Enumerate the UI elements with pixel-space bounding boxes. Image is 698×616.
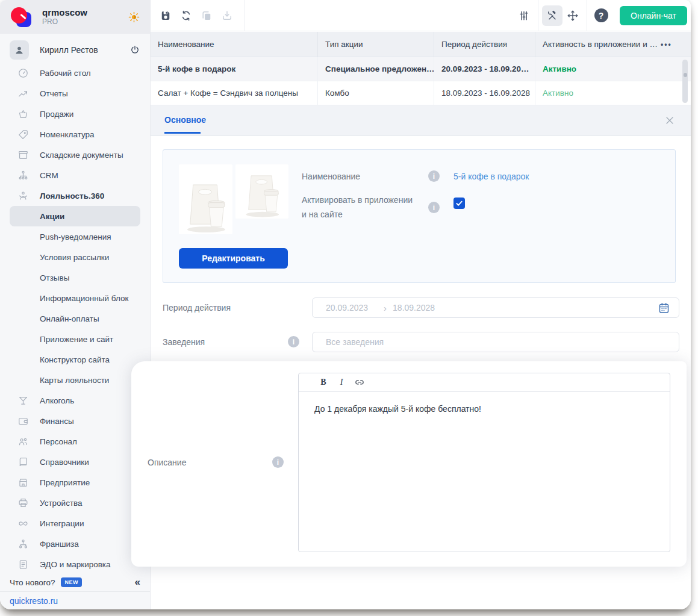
- info-icon[interactable]: i: [288, 336, 299, 347]
- tools-icon[interactable]: [542, 5, 562, 26]
- user-row[interactable]: Кирилл Рестов: [0, 39, 150, 61]
- table-row[interactable]: Салат + Кофе = Сэндвич за полценыКомбо18…: [151, 81, 691, 105]
- whats-new-row[interactable]: Что нового? NEW «: [0, 573, 150, 591]
- refresh-icon[interactable]: [176, 5, 196, 26]
- column-settings-icon[interactable]: [514, 5, 534, 26]
- online-chat-button[interactable]: Онлайн-чат: [620, 6, 687, 25]
- column-header[interactable]: Наименование: [151, 32, 318, 57]
- finance-icon: [17, 415, 29, 427]
- period-input[interactable]: 20.09.2023 › 18.09.2028: [312, 297, 679, 318]
- calendar-icon[interactable]: [658, 302, 670, 314]
- toolbar-left-group: [155, 5, 237, 26]
- sidebar-item-label: Приложение и сайт: [40, 335, 113, 344]
- sidebar-item-label: CRM: [40, 171, 58, 180]
- promo-name-link[interactable]: 5-й кофе в подарок: [453, 172, 529, 181]
- period-from-value: 20.09.2023: [326, 303, 368, 313]
- sidebar-item-label: Карты лояльности: [40, 376, 109, 385]
- sidebar-item-reviews[interactable]: Отзывы: [0, 267, 150, 288]
- sidebar-item-devices[interactable]: Устройства: [0, 493, 150, 513]
- column-header[interactable]: Тип акции: [318, 32, 434, 57]
- sidebar-item-integrations[interactable]: Интеграции: [0, 513, 150, 534]
- alcohol-icon: [17, 394, 29, 406]
- download-icon[interactable]: [217, 5, 237, 26]
- sidebar-item-label: Персонал: [40, 437, 77, 446]
- description-text[interactable]: До 1 декабря каждый 5-й кофе бесплатно!: [299, 392, 670, 552]
- sidebar-item-label: Информационный блок: [40, 294, 128, 303]
- sidebar-item-franchise[interactable]: Франшиза: [0, 534, 150, 554]
- brand-text: qrmoscow PRO: [42, 7, 87, 26]
- cell-period: 20.09.2023 - 18.09.20…: [434, 57, 535, 81]
- activate-checkbox[interactable]: [453, 198, 465, 209]
- sidebar-item-alcohol[interactable]: Алкоголь: [0, 390, 150, 411]
- close-icon[interactable]: [664, 114, 676, 126]
- column-header[interactable]: Активность в приложении и н…: [535, 32, 661, 57]
- sidebar-item-reports[interactable]: Отчеты: [0, 83, 150, 104]
- sidebar-item-loyalty360[interactable]: Лояльность.360: [0, 185, 150, 206]
- copy-icon[interactable]: [196, 5, 217, 26]
- venues-label: Заведения: [163, 337, 205, 347]
- sidebar-item-info-block[interactable]: Информационный блок: [0, 288, 150, 308]
- sidebar-item-label: Рабочий стол: [40, 69, 91, 78]
- help-icon[interactable]: ?: [591, 5, 611, 26]
- move-icon[interactable]: [562, 5, 583, 26]
- nomenclature-tag-icon: [17, 128, 29, 140]
- venues-input[interactable]: Все заведения: [312, 332, 679, 352]
- collapse-sidebar-icon[interactable]: «: [135, 576, 140, 588]
- sidebar-item-site-builder[interactable]: Конструктор сайта: [0, 349, 150, 370]
- sidebar-item-directories[interactable]: Справочники: [0, 452, 150, 472]
- info-icon[interactable]: i: [428, 170, 440, 182]
- columns-more-menu-icon[interactable]: •••: [661, 40, 691, 49]
- logout-power-icon[interactable]: [129, 45, 140, 55]
- site-link[interactable]: quickresto.ru: [0, 591, 150, 609]
- link-icon[interactable]: [352, 377, 367, 388]
- toolbar-divider: [245, 0, 245, 31]
- bold-icon[interactable]: B: [316, 378, 331, 387]
- theme-toggle-sun-icon[interactable]: [128, 11, 140, 23]
- sidebar-item-loyalty-cards[interactable]: Карты лояльности: [0, 370, 150, 390]
- cell-name: 5-й кофе в подарок: [151, 57, 318, 81]
- plan-badge: PRO: [42, 18, 87, 26]
- sidebar-item-label: Франшиза: [40, 540, 79, 549]
- user-name: Кирилл Рестов: [40, 45, 98, 55]
- sidebar-item-push[interactable]: Push-уведомления: [0, 226, 150, 247]
- tab-main[interactable]: Основное: [164, 115, 206, 125]
- warehouse-docs-icon: [17, 149, 29, 161]
- description-panel: Описание i B I До 1 декабря каждый 5-й к…: [131, 361, 687, 567]
- sidebar-item-label: Конструктор сайта: [40, 355, 110, 364]
- table-scrollbar-thumb[interactable]: [682, 60, 688, 103]
- sidebar-item-label: Алкоголь: [40, 396, 74, 405]
- sidebar-item-edo[interactable]: ЭДО и маркировка: [0, 554, 150, 574]
- sidebar-item-enterprise[interactable]: Предприятие: [0, 472, 150, 493]
- sidebar-item-online-payments[interactable]: Онлайн-оплаты: [0, 308, 150, 329]
- column-header[interactable]: Период действия: [434, 32, 535, 57]
- dashboard-icon: [17, 67, 29, 79]
- info-icon[interactable]: i: [272, 456, 284, 468]
- sidebar-item-mailing-terms[interactable]: Условия рассылки: [0, 247, 150, 267]
- promo-image: [179, 164, 232, 234]
- sidebar-item-promos[interactable]: Акции: [10, 206, 140, 226]
- sidebar-item-desktop[interactable]: Рабочий стол: [0, 63, 150, 83]
- sidebar-item-nomenclature[interactable]: Номенклатура: [0, 124, 150, 145]
- cell-status: Активно: [535, 57, 691, 81]
- edit-button[interactable]: Редактировать: [179, 248, 288, 269]
- sidebar-item-sales[interactable]: Продажи: [0, 104, 150, 124]
- sidebar-item-staff[interactable]: Персонал: [0, 431, 150, 452]
- sidebar-item-label: Отзывы: [40, 273, 69, 282]
- save-icon[interactable]: [155, 5, 176, 26]
- sidebar-item-finance[interactable]: Финансы: [0, 411, 150, 431]
- directories-icon: [17, 456, 29, 468]
- new-badge: NEW: [61, 577, 82, 587]
- info-icon[interactable]: i: [428, 202, 440, 213]
- description-editor: B I До 1 декабря каждый 5-й кофе бесплат…: [298, 373, 670, 552]
- quickresto-logo-icon: [10, 6, 33, 28]
- user-avatar-icon: [10, 40, 29, 60]
- italic-icon[interactable]: I: [334, 378, 349, 387]
- sidebar-item-app-and-site[interactable]: Приложение и сайт: [0, 329, 150, 349]
- period-to-value: 18.09.2028: [393, 303, 435, 313]
- sidebar-item-warehouse-docs[interactable]: Складские документы: [0, 145, 150, 165]
- sidebar-item-crm[interactable]: CRM: [0, 165, 150, 185]
- cell-period: 18.09.2023 - 16.09.2028: [434, 81, 535, 105]
- cell-name: Салат + Кофе = Сэндвич за полцены: [151, 81, 318, 105]
- table-row[interactable]: 5-й кофе в подарокСпециальное предложен……: [151, 57, 691, 81]
- sidebar-item-label: Условия рассылки: [40, 253, 109, 262]
